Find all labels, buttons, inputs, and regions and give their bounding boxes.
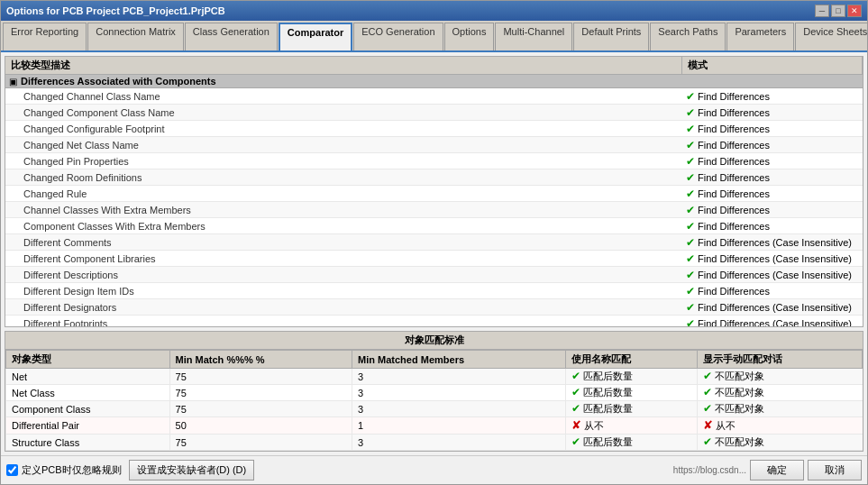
check-icon: ✔: [571, 370, 580, 382]
check-icon: ✔: [571, 435, 580, 448]
check-icon: ✔: [686, 106, 695, 119]
check-icon: ✔: [703, 435, 712, 448]
check-icon: ✔: [571, 386, 580, 398]
check-icon: ✔: [686, 220, 695, 233]
table-row[interactable]: Net Class 75 3 ✔ 匹配后数量 ✔ 不匹配对象: [6, 385, 863, 401]
tab-options[interactable]: Options: [444, 23, 495, 50]
table-row[interactable]: Changed Channel Class Name ✔Find Differe…: [5, 88, 863, 105]
right-controls: https://blog.csdn... 确定 取消: [673, 460, 862, 480]
table-row[interactable]: Component Class 75 3 ✔ 匹配后数量 ✔ 不匹配对象: [6, 401, 863, 417]
check-icon: ✔: [686, 155, 695, 168]
cell-min-members: 3: [352, 435, 566, 451]
setup-defaults-button[interactable]: 设置成安装缺省者(D) (D): [129, 460, 255, 480]
tab-connection-matrix[interactable]: Connection Matrix: [87, 23, 184, 50]
tab-search-paths[interactable]: Search Paths: [650, 23, 726, 50]
col-use-name: 使用名称匹配: [565, 351, 698, 369]
cell-min-match: 75: [169, 385, 352, 401]
left-controls: 定义PCB时仅忽略规则 设置成安装缺省者(D) (D): [6, 460, 254, 480]
tab-device-sheets[interactable]: Device Sheets: [795, 23, 867, 50]
check-icon: ✔: [686, 188, 695, 200]
table-row[interactable]: Different Comments ✔Find Differences (Ca…: [5, 234, 863, 251]
window-title: Options for PCB Project PCB_Project1.Prj…: [6, 5, 225, 16]
description-header: 比较类型描述: [5, 57, 682, 74]
cell-min-match: 75: [169, 435, 352, 451]
tab-multi-channel[interactable]: Multi-Channel: [495, 23, 572, 50]
x-icon: ✘: [703, 418, 713, 432]
pcb-rules-checkbox-input[interactable]: [6, 464, 18, 476]
cell-type: Component Class: [6, 401, 170, 417]
match-table: 对象类型 Min Match %%% % Min Matched Members…: [5, 350, 863, 451]
match-section: 对象匹配标准 对象类型 Min Match %%% % Min Matched …: [5, 331, 863, 452]
section-title-components: Differences Associated with Components: [21, 76, 216, 87]
table-row[interactable]: Changed Net Class Name ✔Find Differences: [5, 137, 863, 153]
tab-class-generation[interactable]: Class Generation: [185, 23, 278, 50]
title-controls: ─ □ ✕: [815, 5, 862, 17]
mode-header: 模式: [682, 57, 863, 74]
table-row[interactable]: Different Footprints ✔Find Differences (…: [5, 316, 863, 326]
top-table-scroll[interactable]: ▣ Differences Associated with Components…: [5, 75, 863, 326]
col-type: 对象类型: [6, 351, 170, 369]
table-row[interactable]: Channel Classes With Extra Members ✔Find…: [5, 202, 863, 218]
cell-use-name: ✔ 匹配后数量: [565, 385, 698, 401]
close-button[interactable]: ✕: [847, 5, 862, 17]
check-icon: ✔: [703, 370, 712, 382]
check-icon: ✔: [686, 236, 695, 249]
table-row[interactable]: Different Component Libraries ✔Find Diff…: [5, 251, 863, 267]
cell-show-dialog: ✔ 不匹配对象: [698, 401, 863, 417]
table-row[interactable]: Net 75 3 ✔ 匹配后数量 ✔ 不匹配对象: [6, 369, 863, 385]
col-show-dialog: 显示手动匹配对话: [698, 351, 863, 369]
cell-show-dialog: ✔ 不匹配对象: [698, 369, 863, 385]
cell-type: Structure Class: [6, 435, 170, 451]
comparator-panel: 比较类型描述 模式 ▣ Differences Associated with …: [5, 56, 863, 452]
cell-min-members: 3: [352, 369, 566, 385]
top-table: 比较类型描述 模式 ▣ Differences Associated with …: [5, 56, 863, 327]
table-header: 比较类型描述 模式: [5, 57, 863, 75]
table-row[interactable]: Changed Configurable Footprint ✔Find Dif…: [5, 121, 863, 137]
minimize-button[interactable]: ─: [815, 5, 829, 17]
tab-default-prints[interactable]: Default Prints: [573, 23, 649, 50]
tab-parameters[interactable]: Parameters: [726, 23, 794, 50]
pcb-rules-checkbox[interactable]: 定义PCB时仅忽略规则: [6, 463, 122, 477]
section-toggle-components[interactable]: ▣: [9, 77, 17, 87]
table-row[interactable]: Changed Component Class Name ✔Find Diffe…: [5, 105, 863, 121]
tab-error-reporting[interactable]: Error Reporting: [3, 23, 87, 50]
cell-show-dialog: ✘ 从不: [698, 417, 863, 435]
bottom-controls: 定义PCB时仅忽略规则 设置成安装缺省者(D) (D) https://blog…: [1, 455, 867, 484]
check-icon: ✔: [686, 269, 695, 281]
table-row[interactable]: Different Design Item IDs ✔Find Differen…: [5, 283, 863, 299]
check-icon: ✔: [686, 285, 695, 297]
cell-use-name: ✔ 匹配后数量: [565, 401, 698, 417]
title-bar: Options for PCB Project PCB_Project1.Prj…: [1, 1, 867, 21]
cell-min-match: 50: [169, 417, 352, 435]
match-section-title: 对象匹配标准: [5, 332, 863, 350]
cell-type: Net: [6, 369, 170, 385]
table-row[interactable]: Component Classes With Extra Members ✔Fi…: [5, 218, 863, 234]
check-icon: ✔: [703, 402, 712, 415]
status-text: https://blog.csdn...: [673, 465, 746, 475]
ok-button[interactable]: 确定: [750, 460, 804, 480]
tab-comparator[interactable]: Comparator: [279, 23, 352, 52]
check-icon: ✔: [686, 90, 695, 103]
table-row[interactable]: Changed Rule ✔Find Differences: [5, 186, 863, 202]
table-row[interactable]: Changed Room Definitions ✔Find Differenc…: [5, 169, 863, 186]
cell-min-members: 3: [352, 385, 566, 401]
check-icon: ✔: [686, 317, 695, 327]
table-row[interactable]: Different Descriptions ✔Find Differences…: [5, 267, 863, 283]
table-row[interactable]: Structure Class 75 3 ✔ 匹配后数量 ✔ 不匹配对象: [6, 435, 863, 451]
maximize-button[interactable]: □: [831, 5, 845, 17]
cell-min-match: 75: [169, 401, 352, 417]
table-row[interactable]: Differential Pair 50 1 ✘ 从不 ✘ 从不: [6, 417, 863, 435]
cancel-button[interactable]: 取消: [808, 460, 862, 480]
table-row[interactable]: Different Designators ✔Find Differences …: [5, 299, 863, 316]
tab-eco-generation[interactable]: ECO Generation: [353, 23, 443, 50]
check-icon: ✔: [703, 386, 712, 398]
check-icon: ✔: [571, 402, 580, 415]
cell-show-dialog: ✔ 不匹配对象: [698, 435, 863, 451]
check-icon: ✔: [686, 301, 695, 314]
cell-min-match: 75: [169, 369, 352, 385]
check-icon: ✔: [686, 171, 695, 184]
cell-type: Net Class: [6, 385, 170, 401]
check-icon: ✔: [686, 123, 695, 135]
table-row[interactable]: Changed Pin Properties ✔Find Differences: [5, 153, 863, 169]
cell-use-name: ✘ 从不: [565, 417, 698, 435]
